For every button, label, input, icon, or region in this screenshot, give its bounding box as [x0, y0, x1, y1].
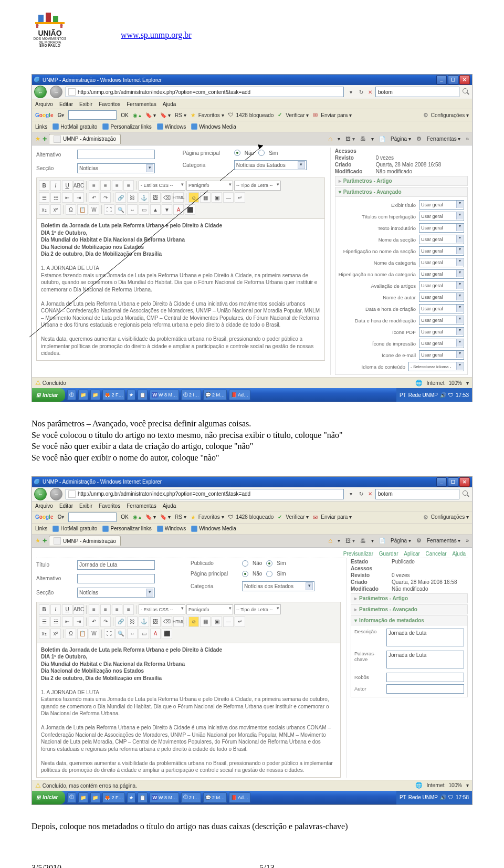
maximize-button[interactable]: ☐ — [448, 75, 458, 85]
maximize-button[interactable]: ☐ — [448, 477, 458, 487]
find-icon[interactable]: 🔍 — [116, 204, 126, 215]
link-hotmail[interactable]: HotMail gratuito — [52, 526, 97, 532]
menu-editar[interactable]: Editar — [59, 503, 73, 509]
link-icon[interactable]: 🔗 — [116, 616, 126, 627]
param-select[interactable]: Usar geral — [419, 327, 464, 337]
paste-icon[interactable]: 📋 — [77, 204, 88, 215]
task-item[interactable]: Ⓔ 2 I… — [181, 792, 201, 803]
task-item[interactable]: 📁 — [78, 792, 88, 803]
editor-body[interactable]: Boletim da Jornada de Luta pela Reforma … — [36, 643, 341, 778]
ferramentas-menu[interactable]: Ferramentas ▾ — [427, 538, 460, 543]
replace-icon[interactable]: ↔ — [127, 629, 138, 639]
search-icon[interactable] — [463, 490, 470, 498]
refresh-icon[interactable]: ↻ — [358, 88, 365, 96]
font-select[interactable]: -- Tipo de Letra -- — [234, 604, 281, 614]
link-personalizar[interactable]: Personalizar links — [102, 123, 151, 130]
start-button[interactable]: ⊞ Iniciar — [32, 388, 65, 402]
menu-exibir[interactable]: Exibir — [79, 503, 92, 509]
google-verificar[interactable]: Verificar ▾ — [278, 514, 309, 520]
browser-tab[interactable]: UMNP - Administração — [49, 536, 121, 546]
table-icon[interactable]: ▦ — [200, 616, 211, 627]
undo-icon[interactable]: ↶ — [89, 192, 99, 203]
align-right-icon[interactable]: ≡ — [112, 604, 122, 615]
menu-exibir[interactable]: Exibir — [79, 101, 92, 107]
accordion-avancado[interactable]: ▾Parâmetros - Avançado — [335, 187, 468, 197]
param-select[interactable]: Usar geral — [419, 212, 464, 221]
task-item[interactable]: 💬 2 M… — [203, 390, 227, 400]
url-input[interactable]: http://unmp.org.br/administrator/index.p… — [66, 489, 344, 499]
send-back-icon[interactable]: ▼ — [162, 204, 172, 215]
align-justify-icon[interactable]: ≡ — [123, 604, 134, 615]
param-select[interactable]: Usar geral — [419, 350, 464, 360]
break-icon[interactable]: ↵ — [235, 192, 245, 203]
pagina-principal-radio[interactable]: NãoSim — [242, 571, 286, 577]
action-aplicar[interactable]: Aplicar — [404, 551, 420, 557]
tray-lang[interactable]: PT — [400, 392, 406, 398]
align-left-icon[interactable]: ≡ — [89, 604, 99, 615]
alternativo-input[interactable] — [77, 574, 155, 583]
google-bloqueado[interactable]: 1428 bloqueado — [228, 514, 274, 520]
css-style-select[interactable]: - Estilos CSS -- — [139, 604, 185, 614]
accordion-artigo[interactable]: ▸Parâmetros - Artigo — [351, 593, 468, 603]
media-icon[interactable]: ▣ — [212, 616, 222, 627]
menu-arquivo[interactable]: Arquivo — [35, 503, 53, 509]
bring-front-icon[interactable]: ▲ — [150, 204, 161, 215]
menu-ferramentas[interactable]: Ferramentas — [127, 503, 156, 509]
strike-icon[interactable]: ABC — [74, 180, 84, 191]
search-icon[interactable] — [463, 88, 470, 96]
image-icon[interactable]: 🖼 — [150, 192, 161, 203]
minimize-button[interactable]: _ — [436, 75, 447, 85]
start-button[interactable]: ⊞ Iniciar — [32, 791, 65, 804]
back-button[interactable]: ← — [34, 488, 47, 500]
minimize-button[interactable]: _ — [436, 477, 447, 487]
bold-icon[interactable]: B — [39, 604, 49, 615]
menu-favoritos[interactable]: Favoritos — [99, 101, 120, 107]
layer-icon[interactable]: ▭ — [139, 629, 149, 639]
html-icon[interactable]: HTML — [173, 192, 184, 203]
task-item[interactable]: 📁 — [90, 390, 100, 400]
redo-icon[interactable]: ↷ — [100, 616, 111, 627]
radio-icon[interactable] — [258, 150, 265, 156]
hr-icon[interactable]: — — [223, 616, 234, 627]
strike-icon[interactable]: ABC — [74, 604, 84, 615]
google-enviar[interactable]: Enviar para ▾ — [313, 514, 352, 520]
char-icon[interactable]: Ω — [66, 629, 76, 639]
seccao-select[interactable]: Notícias — [77, 163, 155, 173]
radio-icon[interactable] — [242, 560, 248, 567]
favorites-star-icon[interactable] — [35, 135, 40, 142]
bold-icon[interactable]: B — [39, 180, 49, 191]
accordion-avancado[interactable]: ▸Parâmetros - Avançado — [351, 604, 468, 614]
robos-input[interactable] — [386, 673, 464, 682]
google-search-input[interactable] — [68, 513, 117, 522]
bg-icon[interactable]: ⬛ — [162, 629, 172, 639]
task-item[interactable]: 📕 Ad… — [229, 792, 250, 803]
menu-favoritos[interactable]: Favoritos — [99, 503, 120, 509]
action-previsualizar[interactable]: Previsualizar — [343, 551, 373, 557]
hr-icon[interactable]: — — [223, 192, 234, 203]
underline-icon[interactable]: U — [62, 604, 72, 615]
paragraph-select[interactable]: Parágrafo — [186, 181, 233, 191]
paragraph-select[interactable]: Parágrafo — [186, 604, 233, 614]
google-verificar[interactable]: Verificar ▾ — [278, 112, 309, 118]
menu-ajuda[interactable]: Ajuda — [163, 101, 176, 107]
google-rs[interactable]: RS ▾ — [175, 112, 186, 118]
link-hotmail[interactable]: HotMail gratuito — [52, 123, 97, 130]
param-select[interactable]: Usar geral — [419, 246, 464, 256]
find-icon[interactable]: 🔍 — [116, 629, 126, 639]
task-item[interactable]: 🦊 2 F… — [102, 792, 125, 803]
link-windows-media[interactable]: Windows Media — [191, 123, 236, 130]
task-item[interactable]: Ⓔ — [67, 390, 76, 400]
task-item[interactable]: 📕 Ad… — [229, 390, 250, 400]
stop-icon[interactable]: ✕ — [368, 491, 372, 497]
param-select[interactable]: Usar geral — [419, 235, 464, 244]
alternativo-input[interactable] — [77, 150, 155, 159]
unlink-icon[interactable]: ⛓ — [127, 616, 138, 627]
favorites-star-icon[interactable] — [35, 537, 40, 544]
search-box[interactable]: botom — [375, 489, 459, 499]
media-icon[interactable]: ▣ — [212, 192, 222, 203]
home--icon[interactable] — [328, 135, 332, 143]
break-icon[interactable]: ↵ — [235, 616, 245, 627]
task-item[interactable]: ★ — [127, 390, 135, 400]
accordion-metadados[interactable]: ▾Informação de metadados — [351, 615, 468, 625]
pagina-menu[interactable]: Página ▾ — [391, 538, 411, 543]
